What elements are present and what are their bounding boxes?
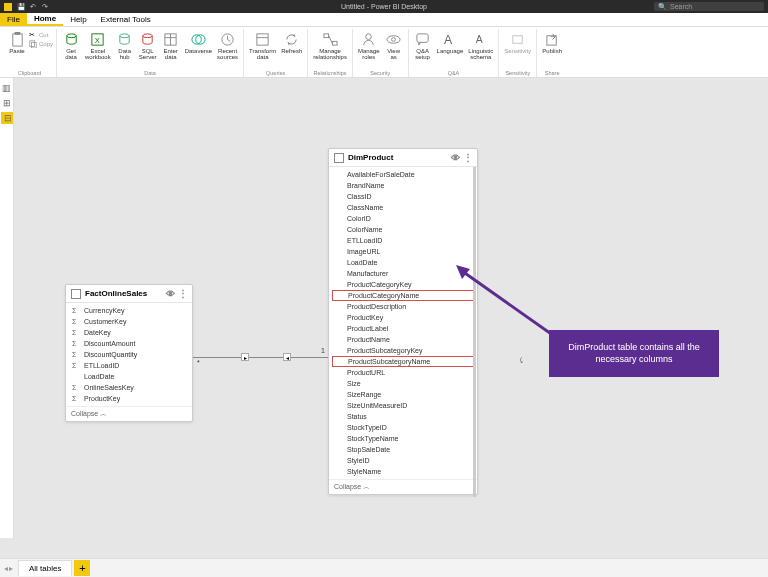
field[interactable]: LoadDate (329, 257, 477, 268)
save-icon[interactable]: 💾 (16, 2, 26, 12)
field[interactable]: DateKey (66, 327, 192, 338)
menu-file[interactable]: File (0, 13, 27, 26)
menu-home[interactable]: Home (27, 13, 63, 26)
field[interactable]: StockTypeName (329, 433, 477, 444)
relationship-filter-icon[interactable]: ▸ (241, 353, 249, 361)
field[interactable]: ProductURL (329, 367, 477, 378)
manage-roles-button[interactable]: Manage roles (356, 29, 382, 69)
excel-button[interactable]: XExcel workbook (83, 29, 113, 69)
table-icon (334, 153, 344, 163)
publish-button[interactable]: Publish (540, 29, 564, 69)
svg-text:✂: ✂ (29, 31, 35, 39)
datahub-button[interactable]: Data hub (114, 29, 136, 69)
field[interactable]: ProductCategoryName (332, 290, 474, 301)
search-input[interactable]: 🔍 Search (654, 2, 764, 11)
view-as-button[interactable]: View as (383, 29, 405, 69)
field[interactable]: ProductKey (329, 312, 477, 323)
svg-rect-27 (513, 35, 522, 43)
field[interactable]: ProductCategoryKey (329, 279, 477, 290)
field[interactable]: ProductKey (66, 393, 192, 404)
sql-button[interactable]: SQL Server (137, 29, 159, 69)
collapse-button[interactable]: Collapse ︿ (329, 479, 477, 494)
transform-data-button[interactable]: Transform data (247, 29, 278, 69)
visibility-icon[interactable]: 👁 (451, 153, 460, 163)
data-view-icon[interactable]: ⊞ (1, 97, 13, 109)
field[interactable]: Status (329, 411, 477, 422)
field[interactable]: StyleName (329, 466, 477, 477)
scrollbar[interactable] (473, 167, 476, 497)
svg-point-23 (392, 37, 396, 41)
field[interactable]: ProductDescription (329, 301, 477, 312)
get-data-button[interactable]: Get data (60, 29, 82, 69)
field[interactable]: ProductSubcategoryName (332, 356, 474, 367)
enter-data-button[interactable]: Enter data (160, 29, 182, 69)
field[interactable]: ClassID (329, 191, 477, 202)
field[interactable]: Size (329, 378, 477, 389)
field[interactable]: DiscountQuantity (66, 349, 192, 360)
model-canvas[interactable]: FactOnlineSales 👁 ⋮ CurrencyKeyCustomerK… (14, 78, 768, 538)
table-header[interactable]: DimProduct 👁 ⋮ (329, 149, 477, 167)
manage-relationships-button[interactable]: Manage relationships (311, 29, 349, 69)
group-relationships: Manage relationships Relationships (308, 29, 353, 77)
table-header[interactable]: FactOnlineSales 👁 ⋮ (66, 285, 192, 303)
dataverse-button[interactable]: Dataverse (183, 29, 214, 69)
refresh-button[interactable]: Refresh (279, 29, 304, 69)
field[interactable]: ETLLoadID (66, 360, 192, 371)
field[interactable]: LoadDate (66, 371, 192, 382)
window-title: Untitled - Power BI Desktop (341, 3, 427, 10)
group-share: Publish Share (537, 29, 567, 77)
field[interactable]: BrandName (329, 180, 477, 191)
field[interactable]: ProductSubcategoryKey (329, 345, 477, 356)
undo-icon[interactable]: ↶ (28, 2, 38, 12)
field[interactable]: SizeRange (329, 389, 477, 400)
menu-help[interactable]: Help (63, 13, 93, 26)
field[interactable]: AvailableForSaleDate (329, 169, 477, 180)
cut-button[interactable]: ✂Cut (29, 31, 53, 39)
field[interactable]: DiscountAmount (66, 338, 192, 349)
field[interactable]: ColorName (329, 224, 477, 235)
field[interactable]: ColorID (329, 213, 477, 224)
table-dim-product[interactable]: DimProduct 👁 ⋮ AvailableForSaleDateBrand… (328, 148, 478, 495)
menu-external[interactable]: External Tools (94, 13, 158, 26)
group-qa: Q&A setup ALanguage ALinguistic schema Q… (409, 29, 500, 77)
report-view-icon[interactable]: ▥ (1, 82, 13, 94)
tab-all-tables[interactable]: All tables (18, 560, 72, 576)
field[interactable]: CurrencyKey (66, 305, 192, 316)
table-title: DimProduct (348, 153, 393, 162)
relationship-line[interactable] (193, 357, 328, 358)
redo-icon[interactable]: ↷ (40, 2, 50, 12)
sensitivity-button[interactable]: Sensitivity (502, 29, 533, 69)
more-icon[interactable]: ⋮ (463, 152, 472, 163)
svg-point-5 (66, 33, 75, 37)
field[interactable]: ImageURL (329, 246, 477, 257)
add-tab-button[interactable]: + (74, 560, 90, 576)
svg-rect-0 (12, 33, 21, 45)
cursor-icon: ⤹ (518, 356, 525, 365)
field[interactable]: ProductLabel (329, 323, 477, 334)
table-fact-online-sales[interactable]: FactOnlineSales 👁 ⋮ CurrencyKeyCustomerK… (65, 284, 193, 422)
collapse-button[interactable]: Collapse ︿ (66, 406, 192, 421)
language-button[interactable]: ALanguage (435, 29, 466, 69)
tab-nav[interactable]: ◂▸ (4, 564, 13, 573)
visibility-icon[interactable]: 👁 (166, 289, 175, 299)
linguistic-schema-button[interactable]: ALinguistic schema (466, 29, 495, 69)
relationship-filter-icon[interactable]: ◂ (283, 353, 291, 361)
copy-button[interactable]: Copy (29, 40, 53, 48)
model-view-icon[interactable]: ⊟ (1, 112, 13, 124)
field[interactable]: StopSaleDate (329, 444, 477, 455)
svg-rect-16 (257, 33, 268, 44)
field[interactable]: ProductName (329, 334, 477, 345)
more-icon[interactable]: ⋮ (178, 288, 187, 299)
field[interactable]: SizeUnitMeasureID (329, 400, 477, 411)
recent-sources-button[interactable]: Recent sources (215, 29, 240, 69)
field[interactable]: Manufacturer (329, 268, 477, 279)
field[interactable]: ETLLoadID (329, 235, 477, 246)
paste-button[interactable]: Paste (6, 29, 28, 69)
field[interactable]: StockTypeID (329, 422, 477, 433)
field[interactable]: ClassName (329, 202, 477, 213)
field[interactable]: CustomerKey (66, 316, 192, 327)
qa-setup-button[interactable]: Q&A setup (412, 29, 434, 69)
group-security: Manage roles View as Security (353, 29, 409, 77)
field[interactable]: OnlineSalesKey (66, 382, 192, 393)
field[interactable]: StyleID (329, 455, 477, 466)
